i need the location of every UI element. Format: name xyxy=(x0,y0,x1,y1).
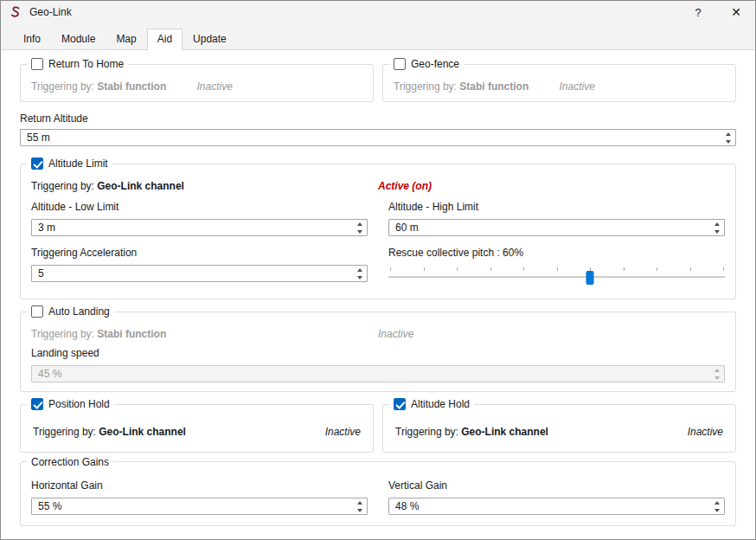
status-text: Inactive xyxy=(378,328,413,340)
spin-up-button[interactable] xyxy=(352,498,367,506)
altitude-low-limit-label: Altitude - Low Limit xyxy=(31,201,368,213)
triggering-acceleration-spinbox[interactable]: 5 xyxy=(31,265,368,282)
triggering-acceleration-field: Triggering Acceleration 5 xyxy=(31,247,368,288)
altitude-limit-label: Altitude Limit xyxy=(48,158,108,170)
titlebar: Geo-Link ? ✕ xyxy=(1,1,755,23)
geo-fence-group: Geo-fence Triggering by: Stabi function … xyxy=(382,64,736,102)
triggering-acceleration-value: 5 xyxy=(32,266,352,281)
tab-update[interactable]: Update xyxy=(183,29,237,49)
status-text: Inactive xyxy=(688,426,723,438)
spin-up-button[interactable] xyxy=(709,220,724,228)
close-button[interactable]: ✕ xyxy=(717,1,755,23)
auto-landing-label: Auto Landing xyxy=(48,305,110,318)
altitude-low-limit-field: Altitude - Low Limit 3 m xyxy=(31,201,368,236)
spin-up-button[interactable] xyxy=(352,266,367,273)
spin-buttons xyxy=(352,498,367,514)
position-hold-group: Position Hold Triggering by: Geo-Link ch… xyxy=(20,404,374,453)
return-altitude-label: Return Altitude xyxy=(20,112,736,125)
return-to-home-checkbox[interactable] xyxy=(31,58,43,70)
correction-gains-fields: Horizontal Gain 55 % Vertical Gain 48 % xyxy=(21,462,735,525)
spin-down-button[interactable] xyxy=(709,228,724,235)
triggering-by-text: Triggering by: Stabi function xyxy=(394,80,560,93)
tab-module[interactable]: Module xyxy=(51,29,106,49)
tab-map[interactable]: Map xyxy=(106,29,146,49)
return-to-home-group: Return To Home Triggering by: Stabi func… xyxy=(20,64,374,102)
spin-up-button[interactable] xyxy=(709,366,724,374)
landing-speed-value: 45 % xyxy=(32,366,709,382)
altitude-high-limit-field: Altitude - High Limit 60 m xyxy=(388,201,725,236)
spin-down-button[interactable] xyxy=(352,506,367,514)
spin-buttons xyxy=(352,220,367,235)
spin-down-button[interactable] xyxy=(352,273,367,281)
spin-buttons xyxy=(709,366,724,382)
help-button[interactable]: ? xyxy=(679,1,717,23)
status-text: Inactive xyxy=(325,426,361,438)
spin-down-button[interactable] xyxy=(709,506,724,514)
geo-fence-checkbox[interactable] xyxy=(394,58,406,70)
spin-buttons xyxy=(709,498,724,514)
return-to-home-label: Return To Home xyxy=(48,58,124,70)
window-title: Geo-Link xyxy=(29,6,72,18)
spin-buttons xyxy=(721,130,735,145)
altitude-limit-checkbox[interactable] xyxy=(31,158,43,170)
hold-row: Position Hold Triggering by: Geo-Link ch… xyxy=(20,404,736,453)
spin-down-button[interactable] xyxy=(721,138,735,145)
slider-ticks xyxy=(390,265,723,272)
tab-info[interactable]: Info xyxy=(13,29,51,49)
auto-landing-checkbox[interactable] xyxy=(31,305,43,318)
vertical-gain-label: Vertical Gain xyxy=(388,479,725,492)
altitude-limit-group: Altitude Limit Triggering by: Geo-Link c… xyxy=(20,164,736,299)
slider-handle[interactable] xyxy=(586,271,594,285)
vertical-gain-field: Vertical Gain 48 % xyxy=(388,479,725,515)
aid-tab-panel: Return To Home Triggering by: Stabi func… xyxy=(1,50,755,539)
spin-up-button[interactable] xyxy=(352,220,367,228)
position-hold-label: Position Hold xyxy=(48,398,110,410)
spin-down-button[interactable] xyxy=(709,374,724,382)
rescue-pitch-slider[interactable] xyxy=(388,265,725,288)
horizontal-gain-label: Horizontal Gain xyxy=(31,479,368,492)
auto-landing-group: Auto Landing Triggering by: Stabi functi… xyxy=(20,312,736,392)
triggering-by-text: Triggering by: Geo-Link channel xyxy=(33,426,325,438)
correction-gains-label: Correction Gains xyxy=(31,456,109,468)
altitude-high-limit-label: Altitude - High Limit xyxy=(388,201,725,213)
auto-landing-title: Auto Landing xyxy=(27,305,114,318)
geo-fence-label: Geo-fence xyxy=(411,58,459,70)
position-hold-checkbox[interactable] xyxy=(31,398,43,410)
spin-up-button[interactable] xyxy=(721,130,735,138)
vertical-gain-value: 48 % xyxy=(389,498,709,514)
position-hold-title: Position Hold xyxy=(27,398,114,410)
slider-groove xyxy=(388,276,725,278)
triggering-by-text: Triggering by: Geo-Link channel xyxy=(31,180,378,192)
tab-bar: Info Module Map Aid Update xyxy=(1,23,755,50)
spin-up-button[interactable] xyxy=(709,498,724,506)
return-to-home-title: Return To Home xyxy=(27,58,128,70)
tab-aid[interactable]: Aid xyxy=(147,29,183,50)
altitude-hold-title: Altitude Hold xyxy=(389,398,474,410)
altitude-hold-group: Altitude Hold Triggering by: Geo-Link ch… xyxy=(382,404,736,453)
vertical-gain-spinbox[interactable]: 48 % xyxy=(388,498,725,515)
app-window: Geo-Link ? ✕ Info Module Map Aid Update … xyxy=(0,0,756,540)
spin-down-button[interactable] xyxy=(352,228,367,235)
altitude-limit-fields: Altitude - Low Limit 3 m Altitude - High… xyxy=(21,201,735,299)
app-logo-icon xyxy=(9,5,22,19)
return-altitude-value: 55 m xyxy=(21,130,721,145)
return-altitude-section: Return Altitude 55 m xyxy=(20,112,736,146)
horizontal-gain-spinbox[interactable]: 55 % xyxy=(31,498,368,515)
horizontal-gain-field: Horizontal Gain 55 % xyxy=(31,479,368,515)
altitude-high-limit-spinbox[interactable]: 60 m xyxy=(388,219,725,236)
altitude-hold-checkbox[interactable] xyxy=(394,398,406,410)
return-to-home-status-row: Triggering by: Stabi function Inactive xyxy=(21,65,373,101)
landing-speed-label: Landing speed xyxy=(31,347,725,359)
spin-buttons xyxy=(352,266,367,281)
triggering-by-text: Triggering by: Geo-Link channel xyxy=(395,426,688,438)
geo-fence-title: Geo-fence xyxy=(389,58,464,70)
landing-speed-field: Landing speed 45 % xyxy=(21,347,735,391)
altitude-hold-status-row: Triggering by: Geo-Link channel Inactive xyxy=(383,405,735,452)
correction-gains-title: Correction Gains xyxy=(27,456,113,468)
spin-buttons xyxy=(709,220,724,235)
landing-speed-spinbox[interactable]: 45 % xyxy=(31,365,725,382)
return-altitude-spinbox[interactable]: 55 m xyxy=(20,129,736,146)
altitude-high-limit-value: 60 m xyxy=(389,220,709,235)
altitude-low-limit-spinbox[interactable]: 3 m xyxy=(31,219,368,236)
triggering-by-text: Triggering by: Stabi function xyxy=(31,328,378,340)
